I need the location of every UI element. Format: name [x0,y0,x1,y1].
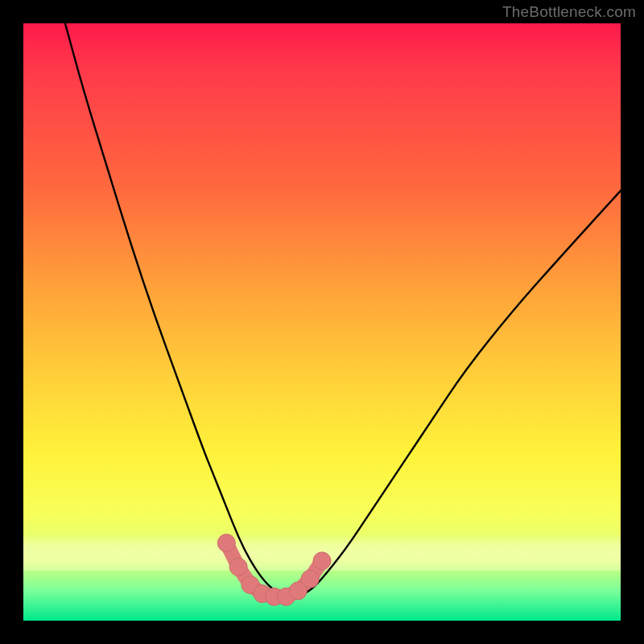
chart-svg [23,23,621,621]
curve-marker [301,570,319,588]
curve-marker [217,535,235,552]
plot-area [23,23,621,621]
chart-frame: TheBottleneck.com [0,0,644,644]
bottleneck-curve-path [65,23,621,597]
attribution-text: TheBottleneck.com [502,3,636,21]
curve-marker [313,552,331,570]
curve-marker [229,558,247,576]
